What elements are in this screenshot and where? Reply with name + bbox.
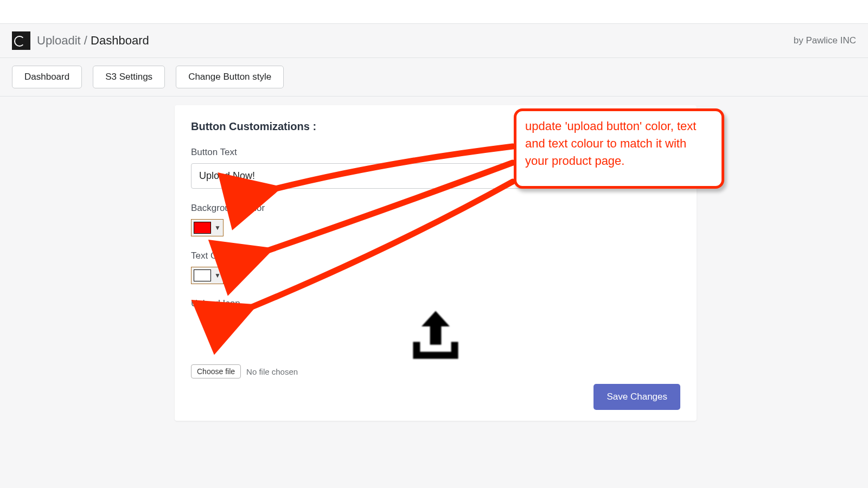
- breadcrumb-current: Dashboard: [91, 34, 149, 47]
- annotation-text: update 'upload button' color, text and t…: [525, 119, 696, 168]
- chevron-down-icon: ▼: [214, 272, 221, 279]
- tab-dashboard[interactable]: Dashboard: [12, 66, 82, 88]
- background-color-swatch: [194, 222, 211, 234]
- app-logo: [12, 31, 30, 50]
- breadcrumb: Uploadit / Dashboard: [37, 34, 149, 48]
- background-color-picker[interactable]: ▼: [191, 219, 224, 236]
- tab-bar: Dashboard S3 Settings Change Button styl…: [0, 58, 868, 97]
- upload-icon: [400, 298, 471, 369]
- breadcrumb-app[interactable]: Uploadit: [37, 34, 81, 47]
- text-color-swatch: [194, 269, 211, 281]
- top-whitespace: [0, 0, 868, 24]
- save-changes-button[interactable]: Save Changes: [593, 384, 680, 410]
- text-color-label: Text Color: [191, 251, 680, 261]
- background-color-label: Background Color: [191, 203, 680, 214]
- choose-file-button[interactable]: Choose file: [191, 364, 241, 378]
- no-file-chosen-label: No file chosen: [246, 367, 298, 376]
- breadcrumb-separator: /: [84, 34, 87, 47]
- text-color-picker[interactable]: ▼: [191, 267, 224, 284]
- annotation-callout: update 'upload button' color, text and t…: [514, 108, 724, 189]
- header-bar: Uploadit / Dashboard by Pawlice INC: [0, 24, 868, 58]
- chevron-down-icon: ▼: [214, 224, 221, 232]
- byline-text: by Pawlice INC: [794, 35, 856, 46]
- tab-change-button-style[interactable]: Change Button style: [176, 66, 284, 88]
- tab-s3-settings[interactable]: S3 Settings: [93, 66, 165, 88]
